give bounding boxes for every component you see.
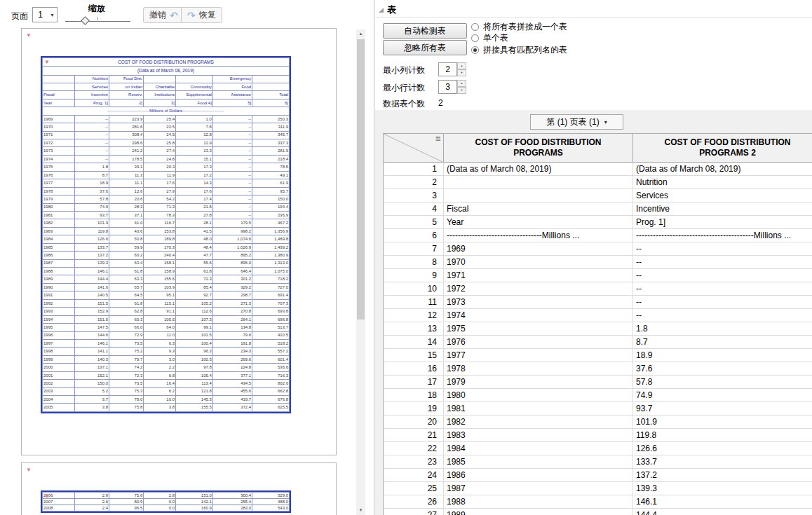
preview-scrollbar[interactable]: ▲ ▼ bbox=[356, 29, 365, 515]
spin-down-icon[interactable]: ▼ bbox=[457, 69, 466, 76]
table-menu-icon[interactable]: ▼ bbox=[44, 60, 50, 65]
row-number[interactable]: 10 bbox=[384, 282, 444, 295]
scrollbar-thumb[interactable] bbox=[357, 39, 365, 320]
page-table-dropdown[interactable]: 第 (1) 页表 (1) ▾ bbox=[530, 114, 623, 130]
grid-column-header-1[interactable]: COST OF FOOD DISTRIBUTION PROGRAMS bbox=[444, 134, 633, 162]
grid-corner-cell[interactable]: ≣ bbox=[384, 134, 444, 162]
row-number[interactable]: 14 bbox=[384, 336, 444, 348]
grid-cell[interactable] bbox=[444, 189, 633, 202]
row-number[interactable]: 5 bbox=[384, 216, 444, 228]
radio-button-icon[interactable] bbox=[471, 46, 479, 54]
grid-cell[interactable]: 1975 bbox=[444, 322, 633, 335]
grid-cell[interactable]: 1969 bbox=[444, 242, 633, 255]
grid-cell[interactable]: 1989 bbox=[444, 509, 633, 515]
grid-cell[interactable]: -- bbox=[633, 282, 812, 295]
grid-cell[interactable]: 1986 bbox=[444, 469, 633, 481]
row-number[interactable]: 23 bbox=[384, 455, 444, 468]
grid-cell[interactable]: 1972 bbox=[444, 282, 633, 295]
row-number[interactable]: 12 bbox=[384, 309, 444, 322]
min-columns-input[interactable]: 2 bbox=[438, 62, 457, 76]
slider-thumb[interactable] bbox=[81, 16, 90, 25]
grid-cell[interactable]: Fiscal bbox=[444, 202, 633, 215]
grid-cell[interactable]: Nutrition bbox=[633, 176, 812, 188]
grid-cell[interactable]: -- bbox=[633, 296, 812, 308]
row-number[interactable]: 7 bbox=[384, 242, 444, 255]
grid-cell[interactable]: Services bbox=[633, 189, 812, 202]
grid-cell[interactable]: 1987 bbox=[444, 482, 633, 495]
row-number[interactable]: 6 bbox=[384, 229, 444, 242]
grid-cell[interactable]: Prog. 1] bbox=[633, 216, 812, 228]
columns-icon[interactable]: ≣ bbox=[435, 135, 441, 142]
row-number[interactable]: 4 bbox=[384, 202, 444, 215]
grid-cell[interactable]: 1.8 bbox=[633, 322, 812, 335]
grid-cell[interactable]: 57.8 bbox=[633, 376, 812, 388]
grid-cell[interactable]: Year bbox=[444, 216, 633, 228]
row-number[interactable]: 24 bbox=[384, 469, 444, 481]
scroll-down-icon[interactable]: ▼ bbox=[356, 506, 365, 515]
redo-button[interactable]: ↷ 恢复 bbox=[181, 7, 222, 23]
grid-cell[interactable]: 1970 bbox=[444, 256, 633, 268]
grid-cell[interactable]: 93.7 bbox=[633, 402, 812, 415]
row-number[interactable]: 27 bbox=[384, 509, 444, 515]
auto-detect-tables-button[interactable]: 自动检测表 bbox=[383, 23, 467, 39]
grid-cell[interactable]: 1974 bbox=[444, 309, 633, 322]
grid-cell[interactable]: 1978 bbox=[444, 362, 633, 375]
grid-cell[interactable]: 74.9 bbox=[633, 389, 812, 401]
scroll-up-icon[interactable]: ▲ bbox=[356, 29, 365, 39]
ignore-all-tables-button[interactable]: 忽略所有表 bbox=[383, 40, 467, 55]
grid-cell[interactable]: 1988 bbox=[444, 495, 633, 508]
grid-cell[interactable]: -- bbox=[633, 309, 812, 322]
radio-option-2[interactable]: 单个表 bbox=[471, 33, 567, 45]
grid-cell[interactable]: Incentive bbox=[633, 202, 812, 215]
grid-cell[interactable]: 1983 bbox=[444, 429, 633, 441]
grid-cell[interactable]: 1981 bbox=[444, 402, 633, 415]
row-number[interactable]: 20 bbox=[384, 416, 444, 428]
grid-cell[interactable]: (Data as of March 08, 2019) bbox=[444, 163, 633, 175]
grid-cell[interactable]: 1985 bbox=[444, 455, 633, 468]
spin-up-icon[interactable]: ▲ bbox=[457, 62, 466, 69]
grid-column-header-2[interactable]: COST OF FOOD DISTRIBUTION PROGRAMS 2 bbox=[633, 134, 812, 162]
row-number[interactable]: 25 bbox=[384, 482, 444, 495]
row-number[interactable]: 22 bbox=[384, 442, 444, 455]
radio-option-1[interactable]: 将所有表拼接成一个表 bbox=[471, 21, 567, 33]
row-number[interactable]: 19 bbox=[384, 402, 444, 415]
row-number[interactable]: 18 bbox=[384, 389, 444, 401]
detected-table-1[interactable]: ▼ COST OF FOOD DISTRIBUTION PROGRAMS(Dat… bbox=[41, 56, 291, 413]
grid-cell[interactable]: -- bbox=[633, 256, 812, 268]
row-number[interactable]: 17 bbox=[384, 376, 444, 388]
grid-cell[interactable]: 1979 bbox=[444, 376, 633, 388]
chevron-down-icon[interactable]: ▾ bbox=[48, 12, 57, 18]
grid-cell[interactable]: 1982 bbox=[444, 416, 633, 428]
row-number[interactable]: 8 bbox=[384, 256, 444, 268]
detected-table-2[interactable]: ▼ 20062.975.62.8151.0300.4529.020072.680… bbox=[41, 490, 291, 513]
row-number[interactable]: 21 bbox=[384, 429, 444, 441]
page-menu-icon[interactable]: ▼ bbox=[26, 467, 32, 473]
disclosure-triangle-icon[interactable]: ◢ bbox=[379, 7, 384, 13]
min-rows-input[interactable]: 3 bbox=[438, 80, 457, 94]
row-number[interactable]: 16 bbox=[384, 362, 444, 375]
spin-down-icon[interactable]: ▼ bbox=[457, 87, 466, 94]
grid-cell[interactable]: 1980 bbox=[444, 389, 633, 401]
radio-button-icon[interactable] bbox=[471, 34, 479, 42]
grid-cell[interactable] bbox=[444, 176, 633, 188]
grid-cell[interactable]: 1977 bbox=[444, 349, 633, 362]
grid-cell[interactable]: 37.6 bbox=[633, 362, 812, 375]
grid-cell[interactable]: ----------------------------------------… bbox=[633, 229, 812, 242]
grid-cell[interactable]: ----------------------------------Millio… bbox=[444, 229, 633, 242]
grid-cell[interactable]: 101.9 bbox=[633, 416, 812, 428]
row-number[interactable]: 13 bbox=[384, 322, 444, 335]
grid-cell[interactable]: 139.3 bbox=[633, 482, 812, 495]
grid-cell[interactable]: (Data as of March 08, 2019) bbox=[633, 163, 812, 175]
page-number-select[interactable]: 1 ▾ bbox=[32, 7, 57, 22]
spin-up-icon[interactable]: ▲ bbox=[457, 80, 466, 87]
grid-cell[interactable]: -- bbox=[633, 242, 812, 255]
row-number[interactable]: 1 bbox=[384, 163, 444, 175]
grid-cell[interactable]: -- bbox=[633, 269, 812, 282]
grid-cell[interactable]: 137.2 bbox=[633, 469, 812, 481]
page-menu-icon[interactable]: ▼ bbox=[26, 33, 32, 39]
undo-button[interactable]: 撤销 ↶ bbox=[143, 7, 184, 23]
grid-cell[interactable]: 119.8 bbox=[633, 429, 812, 441]
grid-cell[interactable]: 1976 bbox=[444, 336, 633, 348]
slider-track[interactable] bbox=[65, 21, 130, 22]
grid-cell[interactable]: 18.9 bbox=[633, 349, 812, 362]
